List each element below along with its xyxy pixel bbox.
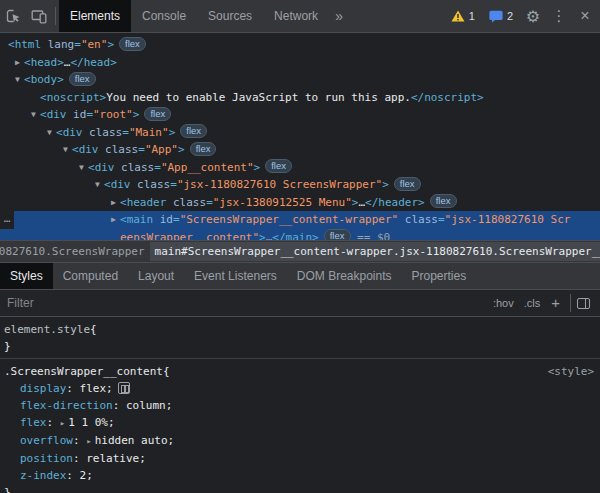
dom-tree-row[interactable]: <html lang="en">flex	[0, 36, 600, 54]
issues-bubble-icon	[489, 10, 503, 23]
css-property: position: relative;	[4, 450, 594, 467]
css-property-value[interactable]: hidden auto	[95, 434, 168, 447]
expand-arrow-icon[interactable]: ▼	[59, 141, 72, 159]
style-rule: element.style {}	[0, 317, 600, 359]
styles-filter-input[interactable]	[7, 296, 488, 310]
expand-arrow-icon[interactable]: ▼	[27, 106, 40, 124]
warning-triangle-icon	[451, 10, 465, 22]
css-property-value[interactable]: 1 1 0%	[68, 416, 108, 429]
close-devtools-icon[interactable]: ×	[572, 7, 598, 25]
expand-arrow-icon[interactable]: ▶	[107, 194, 120, 212]
dom-tree-row[interactable]: ▼<div class="App">flex	[0, 141, 600, 159]
new-style-rule-button[interactable]: +	[545, 294, 567, 313]
expand-arrow-icon[interactable]: ▼	[75, 159, 88, 177]
style-rule: .ScreensWrapper__content {<style>display…	[0, 359, 600, 493]
toolbar-right-cluster: 1 2 ⚙ ⋮ ×	[444, 0, 600, 32]
css-property-name[interactable]: z-index	[20, 469, 66, 482]
styles-tabbar: StylesComputedLayoutEvent ListenersDOM B…	[0, 262, 600, 290]
styles-rules[interactable]: element.style {}.ScreensWrapper__content…	[0, 317, 600, 493]
expand-arrow-icon[interactable]: ▼	[11, 71, 24, 89]
css-property: flex-direction: column;	[4, 397, 594, 414]
css-property-value[interactable]: column	[126, 399, 166, 412]
warning-count: 1	[469, 10, 475, 22]
main-toolbar: ElementsConsoleSourcesNetwork » 1 2 ⚙ ⋮ …	[0, 0, 600, 33]
breadcrumb-item[interactable]: div.jsx-1180827610.ScreensWrapper	[0, 242, 150, 261]
flex-editor-icon[interactable]	[118, 382, 130, 394]
css-property: display: flex;	[4, 380, 594, 397]
flex-badge[interactable]: flex	[119, 37, 146, 51]
expand-arrow-icon[interactable]: ▼	[43, 124, 56, 142]
expand-arrow-icon[interactable]: ▶	[11, 54, 24, 72]
device-icon	[31, 8, 47, 24]
dom-tree-row[interactable]: ▶<header class="jsx-1380912525 Menu">…</…	[0, 194, 600, 212]
shorthand-expand-icon[interactable]: ▸	[86, 436, 91, 446]
dom-tree-row[interactable]: ▼<body>flex	[0, 71, 600, 89]
expand-arrow-icon[interactable]: ▶	[107, 211, 120, 229]
styles-tab-styles[interactable]: Styles	[0, 263, 53, 289]
flex-badge[interactable]: flex	[430, 194, 457, 208]
inspect-cursor-icon	[5, 8, 21, 24]
css-property: z-index: 2;	[4, 467, 594, 484]
flex-badge[interactable]: flex	[394, 177, 421, 191]
css-property-name[interactable]: flex-direction	[20, 399, 113, 412]
dom-tree-row[interactable]: ▼<div class="jsx-1180827610 ScreensWrapp…	[0, 176, 600, 194]
tab-console[interactable]: Console	[131, 0, 197, 32]
computed-sidebar-toggle-icon[interactable]	[577, 298, 590, 309]
shorthand-expand-icon[interactable]: ▸	[60, 418, 65, 428]
styles-tab-computed[interactable]: Computed	[53, 263, 128, 289]
dom-tree-row[interactable]: ▼<div class="Main">flex	[0, 124, 600, 142]
toolbar-divider	[55, 7, 56, 25]
styles-tab-layout[interactable]: Layout	[128, 263, 184, 289]
element-classes-toggle[interactable]: .cls	[519, 295, 546, 311]
css-property-name[interactable]: overflow	[20, 434, 73, 447]
css-property-name[interactable]: flex	[20, 416, 47, 429]
dom-tree-row[interactable]: ▶<head>…</head>	[0, 54, 600, 72]
more-menu-icon[interactable]: ⋮	[546, 7, 572, 25]
node-more-button[interactable]: …	[0, 211, 14, 229]
css-property: overflow: ▸hidden auto;	[4, 432, 594, 450]
devtools-window: ElementsConsoleSourcesNetwork » 1 2 ⚙ ⋮ …	[0, 0, 600, 493]
styles-tab-event-listeners[interactable]: Event Listeners	[184, 263, 287, 289]
filter-bar-divider	[570, 294, 571, 312]
rule-selector[interactable]: element.style	[4, 321, 90, 338]
css-property-name[interactable]: position	[20, 452, 73, 465]
pseudo-state-toggle[interactable]: :hov	[488, 295, 519, 311]
dom-tree[interactable]: <html lang="en">flex▶<head>…</head>▼<bod…	[0, 33, 600, 240]
flex-badge[interactable]: flex	[180, 124, 207, 138]
more-tabs-button[interactable]: »	[329, 0, 349, 32]
tab-network[interactable]: Network	[263, 0, 329, 32]
flex-badge[interactable]: flex	[190, 142, 217, 156]
breadcrumb: div.jsx-1180827610.ScreensWrappermain#Sc…	[0, 240, 600, 262]
main-toolbar-tabs: ElementsConsoleSourcesNetwork	[59, 0, 329, 32]
flex-badge[interactable]: flex	[324, 229, 351, 240]
inspect-element-icon[interactable]	[0, 0, 26, 32]
flex-badge[interactable]: flex	[265, 159, 292, 173]
styles-tab-dom-breakpoints[interactable]: DOM Breakpoints	[287, 263, 402, 289]
css-property-name[interactable]: display	[20, 382, 66, 395]
device-toolbar-icon[interactable]	[26, 0, 52, 32]
css-property-value[interactable]: relative	[86, 452, 139, 465]
css-property-value[interactable]: flex	[80, 382, 107, 395]
flex-badge[interactable]: flex	[69, 72, 96, 86]
rule-selector[interactable]: .ScreensWrapper__content	[4, 363, 163, 380]
equals-dollar-zero-marker: == $0	[351, 231, 391, 241]
settings-gear-icon[interactable]: ⚙	[520, 7, 546, 26]
styles-tab-properties[interactable]: Properties	[402, 263, 477, 289]
styles-filter-bar: :hov .cls +	[0, 290, 600, 317]
tab-sources[interactable]: Sources	[197, 0, 263, 32]
breadcrumb-item[interactable]: main#ScreensWrapper__content-wrapper.jsx…	[150, 242, 600, 261]
warnings-badge[interactable]: 1	[444, 10, 482, 22]
stylesheet-origin-link[interactable]: <style>	[548, 363, 594, 380]
issues-count: 2	[507, 10, 513, 22]
flex-badge[interactable]: flex	[144, 107, 171, 121]
dom-tree-row[interactable]: <noscript>You need to enable JavaScript …	[0, 89, 600, 107]
issues-badge[interactable]: 2	[482, 10, 520, 23]
expand-arrow-icon[interactable]: ▼	[91, 176, 104, 194]
css-property: flex: ▸1 1 0%;	[4, 414, 594, 432]
dom-tree-row[interactable]: ▼<div class="App__content">flex	[0, 159, 600, 177]
dom-tree-row[interactable]: ▼<div id="root">flex	[0, 106, 600, 124]
tab-elements[interactable]: Elements	[59, 0, 131, 32]
dom-tree-row[interactable]: …▶<main id="ScreensWrapper__content-wrap…	[0, 211, 600, 240]
